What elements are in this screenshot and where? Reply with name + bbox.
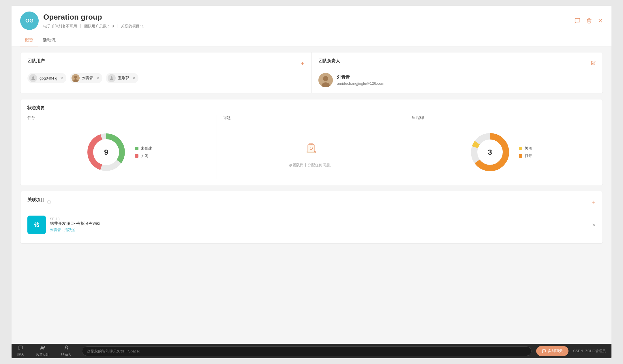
chat-input-area <box>77 346 536 356</box>
nav-contacts-label: 联系人 <box>61 352 72 357</box>
header-info: Operation group 电子邮件别名不可用 团队用户总数： 3 关联的项… <box>43 13 144 29</box>
project-status-link-1[interactable]: 活跃的 <box>64 228 76 232</box>
team-users-title: 团队用户 <box>27 58 45 64</box>
milestone-label: 里程碑 <box>412 115 590 120</box>
nav-chat[interactable]: 聊天 <box>12 344 30 358</box>
task-legend: 未创建 关闭 <box>135 146 152 159</box>
status-milestone: 里程碑 3 <box>406 115 596 179</box>
user-avatar-3 <box>108 74 116 82</box>
status-grid: 任务 9 <box>27 115 596 179</box>
related-projects-title: 关联项目 <box>27 197 45 203</box>
svg-point-22 <box>65 346 67 348</box>
issue-label: 问题 <box>223 115 400 120</box>
owner-email: amidechangjinglu@126.com <box>337 81 384 86</box>
tab-overview[interactable]: 概览 <box>20 35 38 46</box>
user-tags: gbg0404 g ✕ 刘青青 ✕ <box>27 73 304 83</box>
bottom-right-links: CSDN ZOHO管理员 <box>573 349 606 354</box>
bottom-nav: 聊天 频道及组 联系人 <box>12 344 77 358</box>
email-alias: 电子邮件别名不可用 <box>43 24 77 29</box>
contacts-nav-icon <box>64 345 69 352</box>
related-label: 关联的项目: <box>121 24 141 29</box>
svg-point-2 <box>74 76 77 79</box>
header: OG Operation group 电子邮件别名不可用 团队用户总数： 3 关… <box>12 6 611 46</box>
zoho-link[interactable]: ZOHO管理员 <box>585 349 606 354</box>
user-avatar-2 <box>72 74 80 82</box>
owner-avatar <box>318 73 333 87</box>
svg-point-6 <box>323 76 328 81</box>
main-content: 团队用户 + gbg0404 g ✕ <box>12 46 611 344</box>
related-value: 1 <box>142 24 144 28</box>
tab-activity[interactable]: 活动流 <box>38 35 60 46</box>
project-assignee-1: 刘青青 · 活跃的 <box>50 227 588 233</box>
issue-empty-text: 该团队尚未分配任何问题。 <box>289 163 334 168</box>
project-id-1: SE-18 <box>50 217 588 221</box>
nav-contacts[interactable]: 联系人 <box>55 344 77 358</box>
group-title: Operation group <box>43 13 144 22</box>
legend-milestone-closed-label: 关闭 <box>525 146 532 151</box>
header-meta: 电子邮件别名不可用 团队用户总数： 3 关联的项目: 1 <box>43 24 144 29</box>
user-tag-3: 宝刚郭 ✕ <box>106 73 138 83</box>
live-chat-label: 实时聊天 <box>548 348 563 354</box>
user-tag-name-1: gbg0404 g <box>40 76 57 80</box>
team-section: 团队用户 + gbg0404 g ✕ <box>20 52 603 93</box>
user-avatar-1 <box>29 74 37 82</box>
team-users-card: 团队用户 + gbg0404 g ✕ <box>20 52 312 93</box>
svg-point-21 <box>43 346 45 348</box>
legend-closed-label: 关闭 <box>141 153 148 159</box>
live-chat-button[interactable]: 实时聊天 <box>536 346 568 356</box>
nav-chat-label: 聊天 <box>17 352 24 357</box>
bottom-right: 实时聊天 CSDN ZOHO管理员 <box>536 346 611 356</box>
svg-point-20 <box>41 346 43 348</box>
remove-user-2-button[interactable]: ✕ <box>96 76 100 80</box>
remove-user-1-button[interactable]: ✕ <box>60 76 63 80</box>
svg-point-0 <box>32 76 34 78</box>
chat-nav-icon <box>18 345 23 352</box>
legend-dot-yellow <box>519 147 522 150</box>
legend-dot-orange <box>519 154 522 158</box>
task-chart-container: 9 未创建 关闭 <box>27 126 211 178</box>
edit-owner-button[interactable] <box>591 61 596 66</box>
task-label: 任务 <box>27 115 211 120</box>
related-projects-card: 关联项目 ⓘ + 钻 SE-18 钻井开发项目--有拆分有wiki 刘青青 · … <box>20 191 603 244</box>
csdn-link[interactable]: CSDN <box>573 349 583 353</box>
delete-action-button[interactable] <box>586 18 592 24</box>
bottom-bar: 聊天 频道及组 联系人 <box>12 344 611 358</box>
status-issue: 问题 ! 该团队尚未分配任何问题。 <box>217 115 406 179</box>
task-donut-chart: 9 <box>86 132 126 172</box>
channels-nav-icon <box>40 345 45 352</box>
milestone-chart-container: 3 关闭 打开 <box>412 126 590 178</box>
task-total: 9 <box>104 148 108 157</box>
legend-milestone-open-label: 打开 <box>525 153 532 159</box>
user-tag-name-2: 刘青青 <box>82 76 93 81</box>
legend-uncreated-label: 未创建 <box>141 146 152 151</box>
legend-dot-green <box>135 147 138 150</box>
status-summary-title: 状态摘要 <box>27 105 596 111</box>
header-tabs: 概览 活动流 <box>20 35 603 46</box>
legend-uncreated: 未创建 <box>135 146 152 151</box>
nav-channels[interactable]: 频道及组 <box>30 344 55 358</box>
legend-closed: 关闭 <box>135 153 152 159</box>
legend-dot-red <box>135 154 138 158</box>
remove-user-3-button[interactable]: ✕ <box>132 76 136 80</box>
info-icon: ⓘ <box>47 200 51 205</box>
nav-channels-label: 频道及组 <box>36 352 50 357</box>
add-user-button[interactable]: + <box>301 60 304 67</box>
milestone-legend: 关闭 打开 <box>519 146 532 159</box>
header-left: OG Operation group 电子邮件别名不可用 团队用户总数： 3 关… <box>20 12 144 30</box>
chat-action-button[interactable] <box>574 18 581 24</box>
meta-divider <box>80 24 81 28</box>
project-badge-1: 钻 <box>27 216 46 234</box>
milestone-total: 3 <box>488 148 492 157</box>
owner-name: 刘青青 <box>337 75 384 80</box>
total-users-label: 团队用户总数： <box>84 24 110 29</box>
close-action-button[interactable]: ✕ <box>598 17 603 24</box>
user-tag-name-3: 宝刚郭 <box>118 76 129 81</box>
svg-point-4 <box>111 76 112 78</box>
chat-input[interactable] <box>82 346 532 356</box>
add-project-button[interactable]: + <box>592 199 596 206</box>
team-owner-card: 团队负责人 <box>312 52 603 93</box>
legend-milestone-open: 打开 <box>519 153 532 159</box>
remove-project-1-button[interactable]: ✕ <box>592 222 596 228</box>
meta-divider-2 <box>117 24 117 28</box>
team-owner-title: 团队负责人 <box>318 58 340 64</box>
